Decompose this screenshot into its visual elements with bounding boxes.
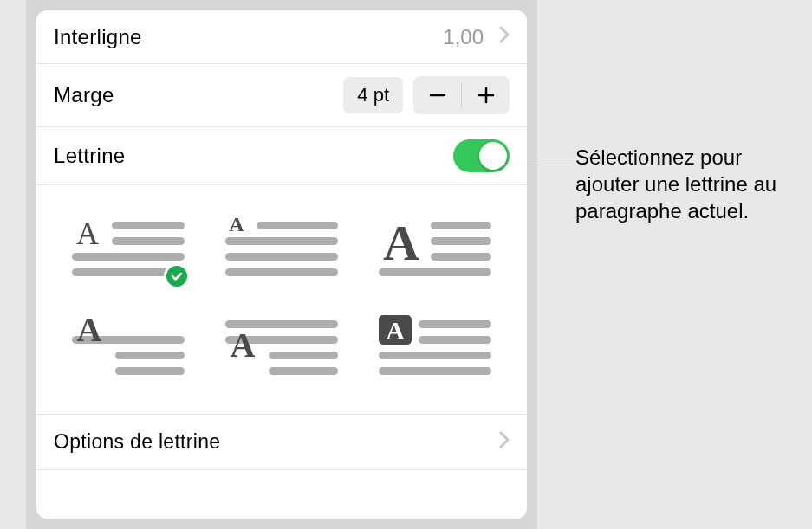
svg-rect-25 — [269, 367, 338, 375]
svg-rect-28 — [419, 336, 491, 344]
dropcap-style-2[interactable]: A — [218, 216, 347, 279]
dropcap-styles-grid: A A — [36, 185, 527, 415]
interligne-value: 1,00 — [443, 25, 484, 49]
dropcap-style-5[interactable]: A — [218, 315, 347, 377]
row-interligne[interactable]: Interligne 1,00 — [36, 10, 527, 64]
chevron-right-icon — [499, 26, 510, 48]
dropcap-style-6[interactable]: A — [370, 315, 499, 377]
svg-rect-27 — [419, 320, 491, 328]
svg-rect-20 — [115, 367, 185, 375]
svg-rect-13 — [431, 222, 491, 229]
svg-text:A: A — [231, 326, 256, 364]
svg-rect-15 — [431, 253, 491, 261]
svg-rect-19 — [115, 352, 185, 359]
dropcap-style-4[interactable]: A — [64, 315, 193, 377]
svg-text:A: A — [229, 216, 244, 235]
stepper-minus-button[interactable] — [413, 76, 461, 114]
svg-rect-29 — [379, 352, 491, 359]
toggle-knob — [479, 142, 507, 170]
dropcap-style-3[interactable]: A — [370, 216, 499, 279]
interligne-label: Interligne — [54, 25, 142, 49]
marge-stepper-group: 4 pt — [343, 76, 510, 114]
dropcap-style-1[interactable]: A — [64, 216, 193, 279]
row-options-lettrine[interactable]: Options de lettrine — [36, 415, 527, 470]
svg-text:A: A — [383, 216, 419, 271]
chevron-right-icon — [499, 431, 510, 453]
svg-text:A: A — [386, 316, 405, 345]
check-icon — [164, 263, 190, 289]
callout-line — [487, 165, 575, 165]
svg-rect-30 — [379, 367, 491, 375]
svg-rect-14 — [431, 237, 491, 245]
svg-rect-4 — [112, 237, 185, 245]
svg-text:A: A — [77, 315, 102, 349]
svg-rect-24 — [269, 352, 338, 359]
svg-rect-10 — [225, 253, 338, 261]
svg-rect-5 — [72, 253, 185, 261]
marge-stepper — [413, 76, 510, 114]
svg-rect-11 — [225, 268, 338, 276]
svg-text:A: A — [76, 216, 99, 251]
marge-label: Marge — [54, 83, 114, 107]
row-marge: Marge 4 pt — [36, 64, 527, 127]
interligne-right: 1,00 — [443, 25, 510, 49]
marge-value: 4 pt — [343, 77, 403, 113]
callout-text: Sélectionnez pour ajouter une lettrine a… — [575, 144, 801, 225]
format-panel: Interligne 1,00 Marge 4 pt — [36, 10, 527, 519]
stepper-plus-button[interactable] — [462, 76, 510, 114]
svg-rect-9 — [225, 237, 338, 245]
svg-rect-8 — [257, 222, 338, 229]
options-lettrine-label: Options de lettrine — [54, 430, 220, 454]
lettrine-toggle[interactable] — [453, 139, 510, 172]
lettrine-label: Lettrine — [54, 144, 125, 168]
row-lettrine: Lettrine — [36, 127, 527, 185]
svg-rect-3 — [112, 222, 185, 229]
